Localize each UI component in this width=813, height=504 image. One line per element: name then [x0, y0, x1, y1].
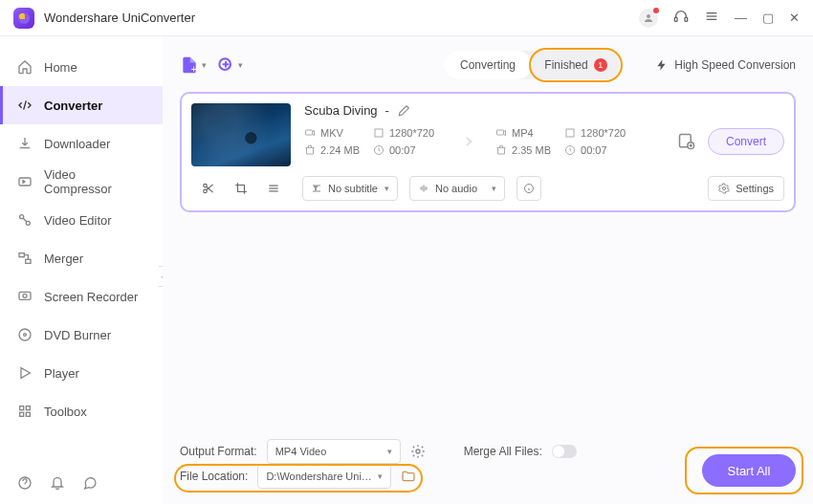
sidebar-item-label: Video Compressor [44, 167, 145, 196]
sidebar-item-player[interactable]: Player [0, 354, 163, 392]
add-file-button[interactable]: +▾ [180, 55, 207, 75]
sidebar-item-compressor[interactable]: Video Compressor [0, 163, 163, 201]
svg-rect-26 [497, 130, 504, 135]
crop-icon[interactable] [234, 182, 248, 195]
sidebar-item-label: Screen Recorder [44, 290, 138, 304]
svg-text:T: T [315, 186, 318, 191]
svg-point-12 [23, 294, 27, 297]
svg-point-38 [723, 187, 726, 190]
sidebar-item-label: DVD Burner [44, 328, 111, 342]
svg-rect-16 [20, 406, 24, 410]
minimize-button[interactable]: — [735, 11, 747, 25]
sidebar-item-label: Downloader [44, 137, 110, 151]
svg-rect-18 [20, 412, 24, 416]
open-folder-icon[interactable] [401, 469, 416, 484]
sidebar-item-converter[interactable]: Converter [0, 86, 163, 124]
menu-icon[interactable] [704, 9, 719, 27]
arrow-right-icon [451, 128, 478, 155]
svg-point-13 [19, 329, 31, 340]
svg-marker-15 [21, 368, 30, 379]
chevron-down-icon: ▾ [202, 60, 207, 70]
sidebar-item-label: Converter [44, 99, 102, 113]
high-speed-toggle[interactable]: High Speed Conversion [655, 58, 796, 72]
subtitle-dropdown[interactable]: TNo subtitle▾ [302, 176, 398, 201]
edit-title-icon[interactable] [397, 104, 410, 118]
file-item-card: Scuba Diving - MKV 1280*720 2.24 MB 00:0… [180, 92, 796, 212]
file-title: Scuba Diving [304, 103, 378, 118]
close-button[interactable]: ✕ [789, 11, 800, 25]
svg-rect-10 [26, 259, 31, 263]
audio-dropdown[interactable]: No audio▾ [409, 176, 505, 201]
output-settings-icon[interactable] [677, 132, 696, 151]
sidebar-item-label: Merger [44, 252, 83, 266]
sidebar-item-label: Home [44, 60, 77, 75]
video-thumbnail[interactable] [191, 103, 291, 166]
svg-point-14 [24, 334, 27, 337]
sidebar-item-label: Video Editor [44, 213, 112, 228]
tab-converting[interactable]: Converting [444, 51, 532, 79]
effects-icon[interactable] [267, 182, 280, 195]
convert-button[interactable]: Convert [708, 128, 784, 155]
svg-rect-27 [566, 129, 574, 137]
sidebar: Home Converter Downloader Video Compress… [0, 36, 163, 504]
file-location-label: File Location: [180, 470, 248, 483]
sidebar-item-downloader[interactable]: Downloader [0, 124, 163, 163]
help-icon[interactable] [17, 475, 33, 491]
support-icon[interactable] [673, 9, 689, 27]
feedback-icon[interactable] [82, 475, 98, 491]
trim-icon[interactable] [202, 182, 215, 195]
output-format-label: Output Format: [180, 445, 257, 458]
tab-finished[interactable]: Finished1 [532, 51, 620, 79]
merge-toggle[interactable] [552, 445, 577, 458]
sidebar-item-home[interactable]: Home [0, 48, 163, 86]
app-logo [13, 8, 34, 29]
app-title: Wondershare UniConverter [44, 11, 195, 25]
add-url-button[interactable]: ▾ [216, 55, 243, 75]
svg-rect-2 [685, 17, 688, 21]
sidebar-item-toolbox[interactable]: Toolbox [0, 392, 163, 430]
svg-rect-9 [19, 253, 24, 257]
svg-point-0 [647, 14, 650, 18]
finished-badge: 1 [594, 58, 607, 72]
file-location-dropdown[interactable]: D:\Wondershare UniConverter▾ [257, 464, 391, 489]
source-meta: MKV 1280*720 2.24 MB 00:07 [304, 127, 434, 156]
account-icon[interactable] [639, 9, 658, 28]
sidebar-item-label: Toolbox [44, 405, 87, 419]
sidebar-item-editor[interactable]: Video Editor [0, 201, 163, 239]
sidebar-item-merger[interactable]: Merger [0, 239, 163, 277]
svg-rect-1 [674, 17, 677, 21]
svg-rect-23 [306, 130, 313, 135]
svg-rect-24 [375, 129, 383, 137]
svg-rect-19 [26, 412, 30, 416]
target-meta: MP4 1280*720 2.35 MB 00:07 [495, 127, 626, 156]
svg-rect-11 [19, 292, 31, 299]
format-settings-icon[interactable] [410, 444, 426, 459]
status-tabs: Converting Finished1 [444, 51, 620, 79]
svg-point-39 [416, 449, 420, 453]
sidebar-item-dvd[interactable]: DVD Burner [0, 316, 163, 354]
sidebar-item-label: Player [44, 366, 79, 381]
info-icon[interactable] [516, 176, 541, 201]
svg-text:+: + [191, 64, 197, 75]
sidebar-item-recorder[interactable]: Screen Recorder [0, 277, 163, 316]
item-settings-button[interactable]: Settings [708, 176, 784, 201]
chevron-down-icon: ▾ [238, 60, 243, 70]
start-all-button[interactable]: Start All [702, 454, 796, 487]
svg-rect-17 [26, 406, 30, 410]
output-format-dropdown[interactable]: MP4 Video▾ [267, 439, 401, 464]
maximize-button[interactable]: ▢ [762, 11, 774, 25]
merge-label: Merge All Files: [464, 445, 542, 458]
bell-icon[interactable] [50, 475, 65, 491]
